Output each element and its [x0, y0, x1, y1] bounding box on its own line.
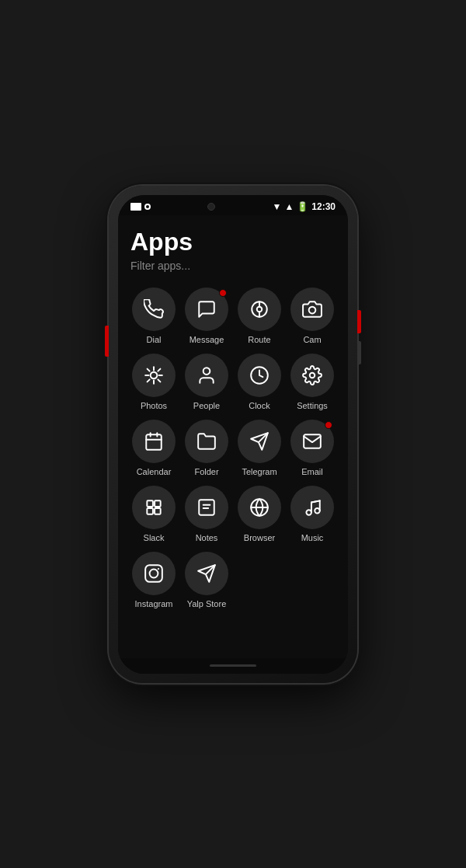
svg-line-8: [148, 368, 150, 371]
home-indicator: [210, 664, 256, 667]
apps-grid: DialMessageRouteCamPhotosPeopleClockSett…: [130, 288, 336, 608]
app-label-telegram: Telegram: [242, 467, 276, 476]
wifi-icon: ▼: [273, 201, 282, 212]
app-icon-people: [185, 354, 228, 397]
app-item-yalp[interactable]: Yalp Store: [183, 552, 230, 608]
app-icon-notes: [185, 486, 228, 529]
app-icon-instagram: [132, 552, 176, 595]
app-item-slack[interactable]: Slack: [130, 486, 177, 542]
app-item-instagram[interactable]: Instagram: [130, 552, 177, 608]
battery-icon: 🔋: [297, 201, 308, 212]
screen-content: Apps Filter apps... DialMessageRouteCamP…: [118, 215, 348, 658]
svg-point-4: [309, 306, 316, 313]
phone-frame: ▼ ▲ 🔋 12:30 Apps Filter apps... DialMess…: [109, 186, 357, 683]
app-icon-settings: [290, 354, 334, 397]
app-icon-calendar: [132, 420, 176, 463]
time-display: 12:30: [311, 201, 336, 212]
svg-rect-17: [146, 434, 162, 450]
status-bar: ▼ ▲ 🔋 12:30: [118, 195, 348, 215]
app-item-people[interactable]: People: [183, 354, 230, 410]
svg-point-32: [306, 510, 311, 515]
svg-point-37: [158, 567, 159, 569]
svg-line-13: [158, 368, 160, 371]
app-icon-cam: [290, 288, 334, 331]
app-item-photos[interactable]: Photos: [130, 354, 177, 410]
app-icon-dial: [132, 288, 176, 331]
notification-badge-email: [325, 421, 332, 429]
notification-badge-message: [219, 289, 227, 297]
side-button-right-top[interactable]: [357, 310, 361, 333]
app-label-route: Route: [248, 335, 270, 344]
svg-point-1: [257, 306, 263, 312]
app-label-settings: Settings: [297, 401, 328, 410]
status-left: [130, 203, 151, 211]
signal-icon: ▲: [284, 201, 294, 212]
svg-point-5: [151, 371, 158, 378]
svg-point-14: [203, 368, 210, 375]
page-title: Apps: [130, 228, 336, 256]
app-label-instagram: Instagram: [135, 599, 173, 608]
app-item-telegram[interactable]: Telegram: [236, 420, 283, 476]
app-icon-browser: [238, 486, 281, 529]
svg-line-34: [311, 500, 320, 502]
app-item-music[interactable]: Music: [289, 486, 336, 542]
app-label-cam: Cam: [303, 335, 321, 344]
app-icon-music: [290, 486, 334, 529]
app-item-browser[interactable]: Browser: [236, 486, 283, 542]
app-icon-message: [185, 288, 228, 331]
svg-line-12: [148, 379, 150, 382]
app-item-cam[interactable]: Cam: [289, 288, 336, 344]
app-label-music: Music: [301, 533, 324, 542]
app-item-message[interactable]: Message: [183, 288, 230, 344]
app-label-people: People: [193, 401, 220, 410]
app-item-clock[interactable]: Clock: [236, 354, 283, 410]
svg-point-36: [150, 569, 158, 577]
app-icon-telegram: [238, 420, 281, 463]
app-label-email: Email: [301, 467, 323, 476]
phone-bottom: [118, 658, 348, 674]
app-label-clock: Clock: [249, 401, 270, 410]
app-label-calendar: Calendar: [137, 467, 172, 476]
side-button-right-bottom[interactable]: [357, 341, 361, 364]
app-item-folder[interactable]: Folder: [183, 420, 230, 476]
app-icon-folder: [185, 420, 228, 463]
app-label-photos: Photos: [141, 401, 167, 410]
phone-screen: ▼ ▲ 🔋 12:30 Apps Filter apps... DialMess…: [118, 195, 348, 674]
svg-rect-23: [147, 500, 153, 507]
app-label-notes: Notes: [196, 533, 218, 542]
app-item-email[interactable]: Email: [289, 420, 336, 476]
app-label-slack: Slack: [144, 533, 165, 542]
app-icon-route: [238, 288, 281, 331]
side-button-left[interactable]: [105, 326, 109, 357]
app-label-dial: Dial: [147, 335, 162, 344]
svg-rect-27: [199, 500, 214, 515]
svg-rect-24: [155, 500, 161, 507]
app-icon-yalp: [185, 552, 228, 595]
app-label-folder: Folder: [194, 467, 218, 476]
status-right: ▼ ▲ 🔋 12:30: [273, 201, 336, 212]
svg-line-9: [158, 379, 160, 382]
app-label-browser: Browser: [244, 533, 275, 542]
front-camera: [207, 203, 215, 211]
app-item-notes[interactable]: Notes: [183, 486, 230, 542]
app-icon-photos: [132, 354, 176, 397]
svg-rect-35: [145, 565, 162, 582]
app-label-message: Message: [190, 335, 224, 344]
app-icon-clock: [238, 354, 281, 397]
app-item-settings[interactable]: Settings: [289, 354, 336, 410]
svg-rect-25: [147, 508, 153, 514]
app-icon-email: [290, 420, 334, 463]
app-item-route[interactable]: Route: [236, 288, 283, 344]
app-label-yalp: Yalp Store: [187, 599, 227, 608]
app-item-calendar[interactable]: Calendar: [130, 420, 177, 476]
app-icon-slack: [132, 486, 176, 529]
sim2-icon: [144, 204, 151, 210]
svg-point-16: [310, 372, 315, 378]
svg-rect-26: [155, 508, 161, 514]
sim1-icon: [130, 203, 141, 211]
app-item-dial[interactable]: Dial: [130, 288, 177, 344]
svg-point-33: [315, 508, 320, 514]
filter-placeholder: Filter apps...: [130, 260, 336, 272]
